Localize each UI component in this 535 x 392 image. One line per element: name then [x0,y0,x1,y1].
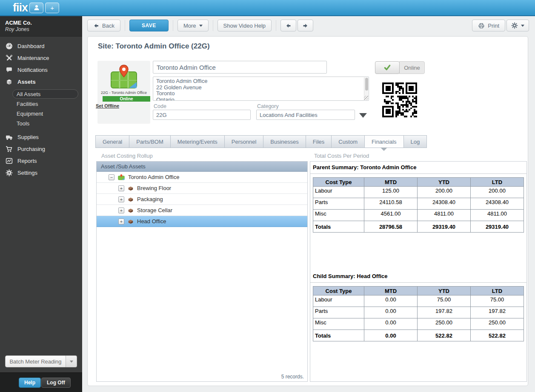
show-video-help-button[interactable]: Show Video Help [217,20,272,31]
tree-row-label: Packaging [137,196,163,202]
expand-icon[interactable]: + [118,196,124,202]
tab-files[interactable]: Files [306,135,332,148]
address-line: Toronto Admin Office [156,78,362,85]
value-cell: 4811.00 [471,210,524,221]
value-cell: 28796.58 [364,221,418,233]
user-button[interactable] [29,3,43,13]
user-icon [33,4,40,11]
column-header: YTD [418,287,471,295]
tab-log[interactable]: Log [404,135,427,148]
map-icon [117,174,125,180]
sidebar-item-equipment[interactable]: Equipment [12,109,78,118]
parent-summary-table: Cost Type MTD YTD LTD Labour 125.00 200.… [313,177,524,233]
value-cell: 250.00 [418,318,471,330]
sidebar-subitem-label: Facilities [17,101,38,107]
expand-icon[interactable]: + [118,219,124,224]
cost-type-cell: Parts [313,198,364,210]
expand-icon[interactable]: + [118,207,124,213]
address-textarea[interactable]: Toronto Admin Office 22 Golden Avenue To… [153,77,369,101]
sidebar-subitem-label: Tools [17,120,29,127]
cart-icon [6,145,13,153]
batch-dropdown-arrow[interactable] [66,355,77,367]
sidebar-item-purchasing[interactable]: Purchasing [0,143,82,155]
resize-handle-icon[interactable] [364,96,368,100]
column-header: LTD [471,287,524,295]
sidebar-item-notifications[interactable]: Notifications [0,64,82,76]
plus-icon: + [50,4,54,11]
costs-panel: Parent Summary: Toronto Admin Office Cos… [310,161,527,382]
tab-financials[interactable]: Financials [365,135,404,148]
nav-next-button[interactable] [298,20,313,31]
value-cell: 200.00 [471,187,524,198]
gauge-icon [6,43,13,50]
online-status-badge: Online [103,96,150,102]
tree-row-brewing-floor[interactable]: + Brewing Floor [97,183,307,194]
table-row: Labour 0.00 75.00 75.00 [313,295,524,307]
tree-row-packaging[interactable]: + Packaging [97,194,307,205]
tab-businesses[interactable]: Businesses [263,135,306,148]
sidebar-item-all-assets[interactable]: All Assets [12,89,78,99]
table-row: Parts 24110.58 24308.40 24308.40 [313,198,524,210]
collapse-icon[interactable]: − [109,174,114,180]
print-button[interactable]: Print [472,20,505,31]
batch-meter-reading-label: Batch Meter Reading [5,355,66,367]
company-name: ACME Co. [5,20,77,26]
tab-parts-bom[interactable]: Parts/BOM [129,135,171,148]
tab-custom[interactable]: Custom [332,135,365,148]
box-icon [6,78,13,85]
more-button[interactable]: More [177,20,209,31]
column-header: MTD [364,287,418,295]
asset-image-card[interactable]: 22G - Toronto Admin Office Online Set Of… [97,61,150,124]
page-title: Site: Toronto Admin Office (22G) [98,42,210,51]
value-cell: 75.00 [418,295,471,307]
nav-previous-button[interactable] [280,20,296,31]
back-label: Back [102,23,114,29]
table-header-row: Cost Type MTD YTD LTD [313,287,524,295]
sidebar-item-facilities[interactable]: Facilities [12,99,78,108]
column-header: Cost Type [313,287,364,295]
set-offline-link[interactable]: Set Offline [96,103,119,108]
column-header: Cost Type [313,178,364,187]
table-header-row: Cost Type MTD YTD LTD [313,178,524,187]
sidebar-subitem-label: Equipment [17,111,43,117]
sidebar-item-maintenance[interactable]: Maintenance [0,52,82,64]
settings-dropdown-button[interactable] [506,20,529,31]
site-name-input[interactable] [153,61,327,74]
back-button[interactable]: Back [87,20,120,31]
wrenches-icon [6,54,13,62]
table-row: Misc 0.00 250.00 250.00 [313,318,524,330]
asset-tree-panel: Asset /Sub Assets − Toronto Admin Office… [96,161,308,382]
help-button[interactable]: Help [19,378,41,388]
batch-meter-reading-button[interactable]: Batch Meter Reading [5,355,77,367]
tree-row-toronto-admin-office[interactable]: − Toronto Admin Office [97,172,307,183]
log-off-button[interactable]: Log Off [41,378,71,388]
tab-general[interactable]: General [95,135,129,148]
add-button[interactable]: + [45,3,59,13]
category-dropdown-icon[interactable] [359,113,367,118]
value-cell: 197.82 [418,307,471,318]
child-summary-table: Cost Type MTD YTD LTD Labour 0.00 75.00 … [313,286,524,341]
sidebar-item-assets[interactable]: Assets [0,76,82,88]
sidebar-item-label: Purchasing [17,146,45,152]
print-label: Print [488,23,499,29]
toolbar: Back SAVE More Show Video Help [87,20,529,31]
sidebar-item-tools[interactable]: Tools [12,119,78,128]
tab-personnel[interactable]: Personnel [225,135,264,148]
category-input[interactable] [256,110,355,120]
tree-row-head-office[interactable]: + Head Office [97,216,307,227]
account-header: ACME Co. Roy Jones [0,16,82,37]
top-bar: fiix + [0,0,535,16]
tab-metering-events[interactable]: Metering/Events [171,135,225,148]
sidebar-item-reports[interactable]: Reports [0,155,82,167]
expand-icon[interactable]: + [118,185,124,191]
sidebar-item-dashboard[interactable]: Dashboard [0,40,82,52]
code-input[interactable] [153,110,251,120]
sidebar-item-settings[interactable]: Settings [0,167,82,179]
online-toggle-button[interactable] [375,61,400,74]
qr-code [382,82,417,117]
tree-row-storage-cellar[interactable]: + Storage Cellar [97,205,307,216]
scrollbar-thumb[interactable] [365,78,368,91]
sidebar-item-supplies[interactable]: Supplies [0,131,82,143]
save-button[interactable]: SAVE [129,20,169,31]
address-line: Ontario [156,97,362,101]
